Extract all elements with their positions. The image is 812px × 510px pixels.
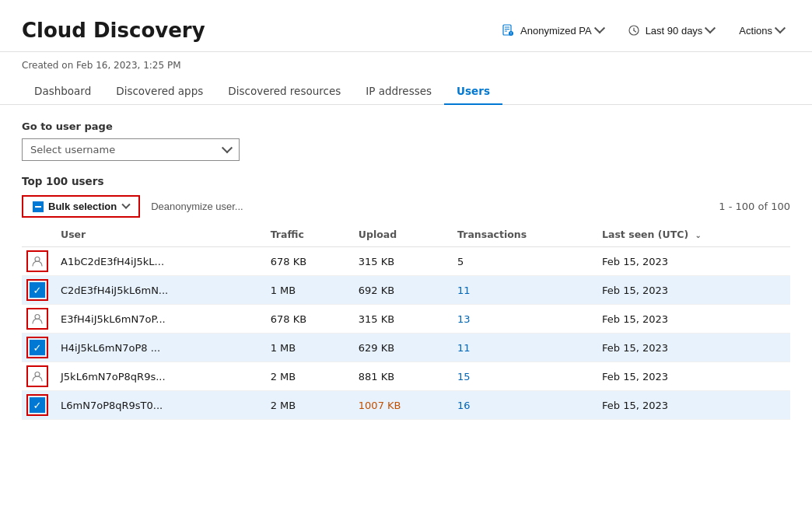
row-checkbox[interactable] — [26, 365, 48, 387]
row-checkbox-cell: ✓ — [22, 334, 53, 362]
row-checkbox-cell: ✓ — [22, 391, 53, 420]
svg-point-6 — [511, 34, 512, 35]
col-last-seen-header[interactable]: Last seen (UTC) ⌄ — [594, 222, 790, 247]
row-checkbox-cell — [22, 362, 53, 391]
header-controls: Anonymized PA Last 90 days Actions — [495, 21, 790, 40]
row-upload: 881 KB — [351, 362, 450, 391]
row-checkbox-cell — [22, 305, 53, 334]
svg-line-9 — [634, 30, 636, 32]
tab-discovered-resources[interactable]: Discovered resources — [215, 79, 353, 105]
header: Cloud Discovery Anonymized PA — [0, 0, 812, 52]
bulk-selection-label: Bulk selection — [48, 201, 117, 212]
row-upload: 629 KB — [351, 334, 450, 362]
tab-dashboard[interactable]: Dashboard — [22, 79, 103, 105]
page-title: Cloud Discovery — [22, 19, 205, 42]
row-upload: 315 KB — [351, 305, 450, 334]
row-checkbox-cell: ✓ — [22, 276, 53, 305]
row-checkbox-cell — [22, 247, 53, 276]
row-checkbox[interactable]: ✓ — [26, 394, 48, 416]
row-username: E3fH4iJ5kL6mN7oP... — [53, 305, 263, 334]
row-transactions: 15 — [450, 362, 594, 391]
table-row: J5kL6mN7oP8qR9s...2 MB881 KB15Feb 15, 20… — [22, 362, 790, 391]
actions-label: Actions — [739, 25, 772, 37]
row-username: H4iJ5kL6mN7oP8 ... — [53, 334, 263, 362]
tabs-bar: Dashboard Discovered apps Discovered res… — [0, 71, 812, 105]
table-row: ✓H4iJ5kL6mN7oP8 ...1 MB629 KB11Feb 15, 2… — [22, 334, 790, 362]
users-table: User Traffic Upload Transactions Last se… — [22, 222, 790, 420]
row-upload: 692 KB — [351, 276, 450, 305]
row-last-seen: Feb 15, 2023 — [594, 362, 790, 391]
deanonymize-button[interactable]: Deanonymize user... — [140, 197, 254, 216]
report-label: Anonymized PA — [520, 25, 592, 37]
page-container: Cloud Discovery Anonymized PA — [0, 0, 812, 510]
row-username: A1bC2dE3fH4iJ5kL... — [53, 247, 263, 276]
report-icon — [502, 24, 514, 37]
report-selector-button[interactable]: Anonymized PA — [495, 21, 610, 40]
row-checkbox[interactable]: ✓ — [26, 279, 48, 301]
checkbox-checked-icon: ✓ — [30, 282, 45, 298]
row-last-seen: Feb 15, 2023 — [594, 391, 790, 420]
row-traffic: 2 MB — [263, 362, 351, 391]
actions-chevron-icon — [775, 23, 786, 33]
top-users-label: Top 100 users — [22, 175, 790, 187]
user-avatar-icon — [30, 253, 45, 269]
bulk-selection-button[interactable]: Bulk selection — [22, 195, 140, 218]
tab-ip-addresses[interactable]: IP addresses — [353, 79, 444, 105]
row-username: J5kL6mN7oP8qR9s... — [53, 362, 263, 391]
clock-icon — [628, 25, 639, 36]
row-traffic: 678 KB — [263, 247, 351, 276]
tab-users[interactable]: Users — [444, 79, 502, 105]
row-checkbox[interactable] — [26, 250, 48, 272]
row-traffic: 2 MB — [263, 391, 351, 420]
row-last-seen: Feb 15, 2023 — [594, 276, 790, 305]
col-user-header: User — [53, 222, 263, 247]
row-checkbox[interactable]: ✓ — [26, 337, 48, 358]
row-transactions: 11 — [450, 334, 594, 362]
tab-discovered-apps[interactable]: Discovered apps — [103, 79, 215, 105]
bulk-minus-icon — [33, 201, 44, 212]
username-dropdown[interactable]: Select username — [22, 138, 240, 161]
time-range-chevron-icon — [705, 23, 716, 33]
row-transactions: 13 — [450, 305, 594, 334]
table-row: E3fH4iJ5kL6mN7oP...678 KB315 KB13Feb 15,… — [22, 305, 790, 334]
row-last-seen: Feb 15, 2023 — [594, 247, 790, 276]
table-row: ✓C2dE3fH4iJ5kL6mN...1 MB692 KB11Feb 15, … — [22, 276, 790, 305]
user-avatar-icon — [30, 369, 45, 384]
col-traffic-header: Traffic — [263, 222, 351, 247]
username-chevron-icon — [222, 142, 233, 153]
checkbox-checked-icon: ✓ — [30, 397, 45, 413]
pagination-text: 1 - 100 of 100 — [719, 201, 790, 212]
report-chevron-icon — [594, 23, 605, 33]
toolbar-row: Bulk selection Deanonymize user... 1 - 1… — [22, 195, 790, 218]
row-traffic: 1 MB — [263, 276, 351, 305]
sort-icon: ⌄ — [695, 231, 701, 239]
table-header-row: User Traffic Upload Transactions Last se… — [22, 222, 790, 247]
actions-button[interactable]: Actions — [733, 22, 790, 40]
row-transactions: 16 — [450, 391, 594, 420]
row-checkbox[interactable] — [26, 308, 48, 330]
col-upload-header: Upload — [351, 222, 450, 247]
time-range-button[interactable]: Last 90 days — [622, 22, 721, 40]
table-row: A1bC2dE3fH4iJ5kL...678 KB315 KB5Feb 15, … — [22, 247, 790, 276]
row-last-seen: Feb 15, 2023 — [594, 305, 790, 334]
row-traffic: 678 KB — [263, 305, 351, 334]
row-last-seen: Feb 15, 2023 — [594, 334, 790, 362]
created-on-label: Created on Feb 16, 2023, 1:25 PM — [0, 52, 812, 71]
table-row: ✓L6mN7oP8qR9sT0...2 MB1007 KB16Feb 15, 2… — [22, 391, 790, 420]
row-upload: 315 KB — [351, 247, 450, 276]
row-username: L6mN7oP8qR9sT0... — [53, 391, 263, 420]
row-traffic: 1 MB — [263, 334, 351, 362]
toolbar-left: Bulk selection Deanonymize user... — [22, 195, 254, 218]
row-transactions: 11 — [450, 276, 594, 305]
time-range-label: Last 90 days — [646, 25, 703, 37]
row-username: C2dE3fH4iJ5kL6mN... — [53, 276, 263, 305]
user-avatar-icon — [30, 311, 45, 327]
username-placeholder: Select username — [30, 144, 115, 155]
col-checkbox — [22, 222, 53, 247]
row-upload: 1007 KB — [351, 391, 450, 420]
bulk-chevron-icon — [121, 200, 130, 208]
col-transactions-header: Transactions — [450, 222, 594, 247]
go-to-user-label: Go to user page — [22, 121, 790, 132]
row-transactions: 5 — [450, 247, 594, 276]
deanonymize-label: Deanonymize user... — [151, 201, 243, 212]
